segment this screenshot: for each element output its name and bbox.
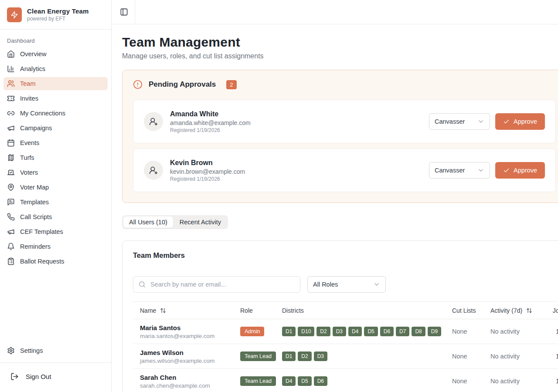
brand-name: Clean Energy Team xyxy=(27,7,89,15)
sidebar-item-voters[interactable]: Voters xyxy=(3,166,108,179)
pending-approvals-title: Pending Approvals xyxy=(149,80,216,89)
sidebar-item-turfs[interactable]: Turfs xyxy=(3,151,108,164)
pending-user-registered: Registered 1/19/2026 xyxy=(170,176,245,182)
avatar xyxy=(144,161,163,180)
district-badge: D5 xyxy=(298,376,311,386)
role-select[interactable]: Canvasser xyxy=(429,113,490,130)
message-square-icon xyxy=(7,198,15,206)
main-area: Team Management Manage users, roles, and… xyxy=(112,0,558,392)
sidebar-item-ballot-requests[interactable]: Ballot Requests xyxy=(3,255,108,268)
tab-recent-activity[interactable]: Recent Activity xyxy=(174,216,227,228)
team-members-card: Team Members All Roles xyxy=(122,240,558,392)
approve-button-label: Approve xyxy=(514,118,537,125)
sidebar-item-campaigns[interactable]: Campaigns xyxy=(3,122,108,135)
sidebar-item-label: Call Scripts xyxy=(20,213,52,220)
chevron-down-icon xyxy=(477,118,484,125)
sidebar-item-label: Overview xyxy=(20,51,46,57)
sidebar-item-label: Ballot Requests xyxy=(20,258,65,265)
sidebar-item-label: Campaigns xyxy=(20,125,52,132)
pending-approvals-card: Pending Approvals 2 Amanda Whiteamanda.w… xyxy=(122,70,558,203)
role-select-value: Canvasser xyxy=(435,118,465,125)
sidebar-item-call-scripts[interactable]: Call Scripts xyxy=(3,210,108,223)
topbar-divider xyxy=(135,0,135,24)
member-email: james.wilson@example.com xyxy=(140,358,226,364)
approve-button[interactable]: Approve xyxy=(495,162,545,179)
sidebar-item-events[interactable]: Events xyxy=(3,136,108,149)
sidebar-item-team[interactable]: Team xyxy=(3,77,108,90)
check-icon xyxy=(503,167,510,174)
page-subtitle: Manage users, roles, and cut list assign… xyxy=(122,52,558,60)
pending-user-name: Amanda White xyxy=(170,110,251,118)
cut-lists-value: None xyxy=(452,378,467,385)
column-header-role: Role xyxy=(233,302,275,319)
district-badge: D7 xyxy=(396,327,409,336)
sidebar-item-label: Turfs xyxy=(20,154,34,161)
calendar-icon xyxy=(7,139,15,147)
sign-out-button[interactable]: Sign Out xyxy=(7,370,104,383)
sidebar-toggle-button[interactable] xyxy=(118,6,130,18)
search-input[interactable] xyxy=(150,280,295,288)
sidebar-item-invites[interactable]: Invites xyxy=(3,92,108,105)
cut-lists-value: None xyxy=(452,353,467,360)
pending-user-name: Kevin Brown xyxy=(170,159,245,167)
sidebar-item-voter-map[interactable]: Voter Map xyxy=(3,181,108,194)
sidebar-item-label: Team xyxy=(20,80,35,87)
joined-value: 1/19/2026 xyxy=(549,369,558,392)
column-header-cut-lists: Cut Lists xyxy=(445,302,483,319)
role-filter-select[interactable]: All Roles xyxy=(307,276,386,293)
member-name: James Wilson xyxy=(140,349,226,356)
sidebar-item-reminders[interactable]: Reminders xyxy=(3,240,108,253)
approve-button[interactable]: Approve xyxy=(495,113,545,130)
team-members-title: Team Members xyxy=(133,251,556,260)
sidebar: Clean Energy Team powered by EFT Dashboa… xyxy=(0,0,112,392)
district-badge: D2 xyxy=(316,327,330,336)
tab-all-users-10[interactable]: All Users (10) xyxy=(123,216,173,228)
bell-icon xyxy=(7,243,15,250)
district-badge: D1 xyxy=(282,351,296,361)
pending-user-email: amanda.white@example.com xyxy=(170,119,251,126)
activity-value: No activity xyxy=(490,353,520,360)
role-filter-value: All Roles xyxy=(313,281,338,288)
member-email: sarah.chen@example.com xyxy=(140,382,226,389)
chevron-down-icon xyxy=(477,167,484,174)
column-header-joined: Joined xyxy=(549,302,558,319)
approve-button-label: Approve xyxy=(514,167,537,174)
sidebar-item-my-connections[interactable]: My Connections xyxy=(3,107,108,120)
sidebar-item-label: Analytics xyxy=(20,65,45,72)
zap-icon xyxy=(10,11,18,19)
column-header-districts: Districts xyxy=(275,302,445,319)
search-icon xyxy=(139,281,146,288)
sidebar-item-settings[interactable]: Settings xyxy=(3,344,108,357)
sidebar-item-label: My Connections xyxy=(20,110,65,117)
search-box xyxy=(133,276,300,293)
ticket-icon xyxy=(7,95,15,102)
column-header-activity-7d[interactable]: Activity (7d) xyxy=(483,302,549,319)
joined-value: 1/19/2026 xyxy=(549,344,558,369)
sidebar-item-label: CEF Templates xyxy=(20,228,63,235)
role-badge: Team Lead xyxy=(240,376,276,386)
sidebar-item-overview[interactable]: Overview xyxy=(3,47,108,61)
tabs: All Users (10)Recent Activity xyxy=(122,215,228,229)
sidebar-item-label: Voter Map xyxy=(20,184,49,191)
team-members-table: NameRoleDistrictsCut ListsActivity (7d)J… xyxy=(133,301,558,392)
district-badge: D1 xyxy=(282,327,296,336)
gear-icon xyxy=(7,347,15,355)
sort-icon[interactable] xyxy=(160,308,166,314)
sidebar-item-analytics[interactable]: Analytics xyxy=(3,62,108,75)
alert-circle-icon xyxy=(133,80,143,89)
sidebar-item-label: Templates xyxy=(20,199,49,206)
sidebar-item-cef-templates[interactable]: CEF Templates xyxy=(3,225,108,238)
sort-icon[interactable] xyxy=(526,308,532,314)
activity-value: No activity xyxy=(490,328,520,335)
map-pin-icon xyxy=(7,183,15,191)
column-header-name[interactable]: Name xyxy=(133,302,233,319)
role-select[interactable]: Canvasser xyxy=(429,162,490,179)
sidebar-item-label: Voters xyxy=(20,169,38,176)
district-badge: D3 xyxy=(333,327,346,336)
district-badge: D2 xyxy=(298,351,311,361)
cut-lists-value: None xyxy=(452,328,467,335)
sidebar-item-templates[interactable]: Templates xyxy=(3,196,108,209)
chevron-down-icon xyxy=(373,281,380,288)
table-row: James Wilsonjames.wilson@example.comTeam… xyxy=(133,344,558,369)
home-icon xyxy=(7,50,15,58)
